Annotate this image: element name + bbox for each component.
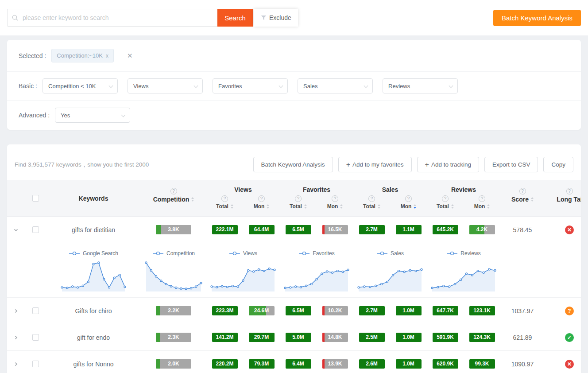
row-checkbox[interactable]	[32, 226, 39, 233]
column-keywords: Keywords	[46, 180, 141, 216]
help-icon[interactable]: ?	[258, 195, 265, 202]
sort-icon[interactable]	[304, 204, 307, 209]
help-icon[interactable]: ?	[442, 195, 449, 202]
row-checkbox[interactable]	[32, 307, 39, 314]
views-total-cell: 222.1M	[206, 225, 243, 234]
column-favorites-mon[interactable]: ? Mon	[317, 194, 353, 210]
competition-filter-select[interactable]: Competition < 10K	[43, 78, 118, 93]
batch-keyword-analysis-button[interactable]: Batch Keyword Analysis	[493, 10, 581, 26]
badge-fill	[322, 359, 325, 369]
sales-mon-cell: 1.1M	[390, 225, 427, 234]
expand-chevron-icon[interactable]	[12, 334, 19, 341]
column-label: Views	[234, 186, 251, 193]
column-views-total[interactable]: ? Total	[206, 194, 243, 210]
badge-fill	[156, 306, 160, 315]
sort-icon[interactable]	[378, 204, 380, 209]
column-label: Long Tai	[557, 196, 581, 203]
export-csv-button[interactable]: Export to CSV	[484, 157, 538, 172]
help-icon[interactable]: ?	[295, 195, 302, 202]
metric-badge: 141.2M	[212, 333, 238, 342]
add-favorites-button[interactable]: +Add to my favorites	[338, 157, 412, 172]
chip-remove-icon[interactable]: x	[106, 53, 108, 59]
sort-icon[interactable]	[451, 204, 454, 209]
competition-cell: 2.0K	[141, 359, 206, 369]
longtail-unknown-icon: ?	[565, 307, 574, 315]
column-sales-mon[interactable]: ? Mon	[390, 194, 427, 210]
expand-chevron-icon[interactable]	[12, 361, 19, 368]
select-all-checkbox[interactable]	[32, 195, 39, 202]
keyword-link[interactable]: gift for endo	[77, 334, 110, 341]
views-filter-select[interactable]: Views	[128, 78, 203, 93]
help-icon[interactable]: ?	[221, 195, 228, 202]
column-score[interactable]: ? Score	[500, 180, 545, 216]
sparkline-chart	[430, 260, 497, 292]
advanced-filter-select[interactable]: Yes	[55, 108, 130, 123]
competition-cell: 2.3K	[141, 333, 206, 342]
column-reviews: Reviews ? Total ? Mon	[427, 180, 500, 216]
select-value: Competition < 10K	[48, 83, 96, 89]
keyword-link[interactable]: gifts for dietitian	[72, 226, 115, 233]
column-sales-total[interactable]: ? Total	[353, 194, 390, 210]
chevron-down-icon	[279, 84, 283, 88]
keyword-link[interactable]: Gifts for chiro	[75, 307, 112, 315]
search-button[interactable]: Search	[217, 9, 253, 27]
clear-filters-icon[interactable]: ✕	[127, 52, 133, 60]
row-checkbox[interactable]	[32, 361, 39, 367]
badge-text: 2.2K	[168, 307, 179, 314]
sort-icon[interactable]	[531, 197, 534, 202]
row-checkbox[interactable]	[32, 334, 39, 341]
reviews-filter-select[interactable]: Reviews	[383, 78, 458, 93]
sort-icon[interactable]	[487, 204, 490, 209]
badge-fill	[322, 333, 325, 342]
trend-chart-sales: Sales	[353, 250, 427, 292]
expand-chevron-icon[interactable]	[12, 307, 19, 315]
badge-text: 10.2K	[328, 307, 342, 314]
keyword-cell: gifts for Nonno	[46, 361, 141, 368]
views-total-cell: 220.2M	[206, 359, 243, 369]
favorites-filter-select[interactable]: Favorites	[213, 78, 288, 93]
column-favorites-total[interactable]: ? Total	[280, 194, 317, 210]
badge-text: 1.0M	[402, 334, 414, 340]
help-icon[interactable]: ?	[479, 195, 485, 202]
help-icon[interactable]: ?	[332, 195, 338, 202]
sort-icon[interactable]	[340, 204, 343, 209]
help-icon[interactable]: ?	[170, 188, 177, 194]
expand-chevron-icon[interactable]	[12, 226, 19, 233]
keyword-link[interactable]: gifts for Nonno	[73, 361, 113, 368]
sort-icon[interactable]	[191, 197, 194, 202]
help-icon[interactable]: ?	[519, 188, 526, 194]
sparkline-chart	[357, 260, 423, 292]
badge-text: 647.7K	[437, 307, 454, 314]
trend-charts-row: Google SearchCompetitionViewsFavoritesSa…	[7, 243, 581, 298]
sort-icon[interactable]	[231, 204, 233, 209]
sales-mon-cell: 1.0M	[390, 333, 427, 342]
favorites-total-cell: 6.4M	[280, 359, 317, 369]
help-icon[interactable]: ?	[566, 188, 573, 194]
help-icon[interactable]: ?	[405, 195, 412, 202]
add-tracking-button[interactable]: +Add to tracking	[417, 157, 479, 172]
batch-analysis-button[interactable]: Batch Keyword Analysis	[253, 157, 333, 172]
sort-icon-active[interactable]	[414, 204, 416, 209]
table-row: gift for endo2.3K141.2M29.7M5.0M14.8K2.5…	[7, 324, 581, 351]
search-input[interactable]	[7, 9, 217, 27]
column-competition[interactable]: ? Competition	[141, 180, 206, 216]
column-reviews-mon[interactable]: ? Mon	[464, 194, 500, 210]
metric-badge: 2.0K	[156, 359, 191, 369]
column-label: Reviews	[451, 186, 476, 193]
badge-fill	[156, 333, 160, 342]
metric-badge: 222.1M	[212, 225, 238, 234]
help-icon[interactable]: ?	[368, 195, 375, 202]
longtail-no-icon: ✕	[565, 360, 574, 369]
exclude-label: Exclude	[269, 14, 291, 21]
sort-icon[interactable]	[267, 204, 269, 209]
column-reviews-total[interactable]: ? Total	[427, 194, 464, 210]
exclude-button[interactable]: Exclude	[254, 9, 298, 27]
button-label: Add to my favorites	[352, 161, 404, 168]
column-long-tail[interactable]: ? Long Tai	[545, 180, 581, 216]
badge-text: 13.9K	[328, 361, 342, 367]
sales-filter-select[interactable]: Sales	[298, 78, 373, 93]
column-views-mon[interactable]: ? Mon	[243, 194, 280, 210]
copy-button[interactable]: Copy	[543, 157, 573, 172]
chart-legend-label: Competition	[166, 250, 195, 256]
selected-filter-chip[interactable]: Competition:~10K x	[51, 49, 114, 62]
